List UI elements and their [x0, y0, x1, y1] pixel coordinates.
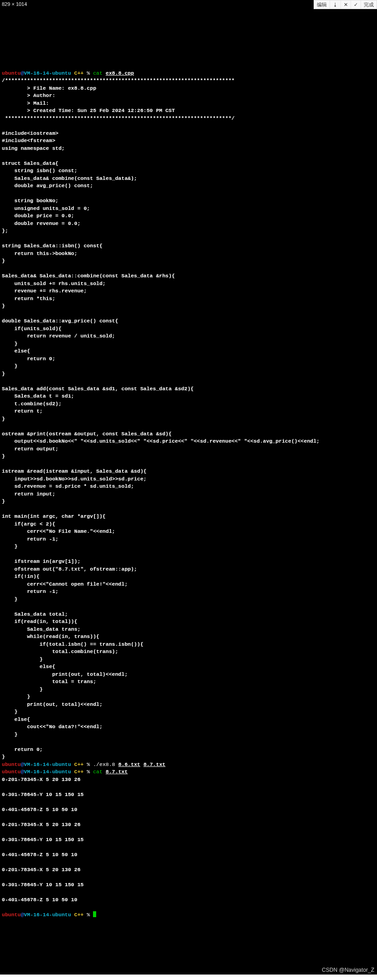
download-icon[interactable]: ⭳ — [330, 0, 341, 9]
check-icon[interactable]: ✓ — [351, 0, 361, 9]
done-button[interactable]: 完成 — [361, 0, 377, 9]
terminal-surface[interactable] — [0, 0, 377, 975]
close-icon[interactable]: ✕ — [341, 0, 351, 9]
edit-button[interactable]: 编辑 — [314, 0, 330, 9]
watermark: CSDN @Navigator_Z — [322, 966, 374, 974]
terminal-window: 829 × 1014 编辑 ⭳ ✕ ✓ 完成 ubuntu@VM-16-14-u… — [0, 0, 377, 975]
dimension-overlay: 829 × 1014 — [0, 0, 29, 9]
window-title-bar: 编辑 ⭳ ✕ ✓ 完成 — [314, 0, 377, 9]
